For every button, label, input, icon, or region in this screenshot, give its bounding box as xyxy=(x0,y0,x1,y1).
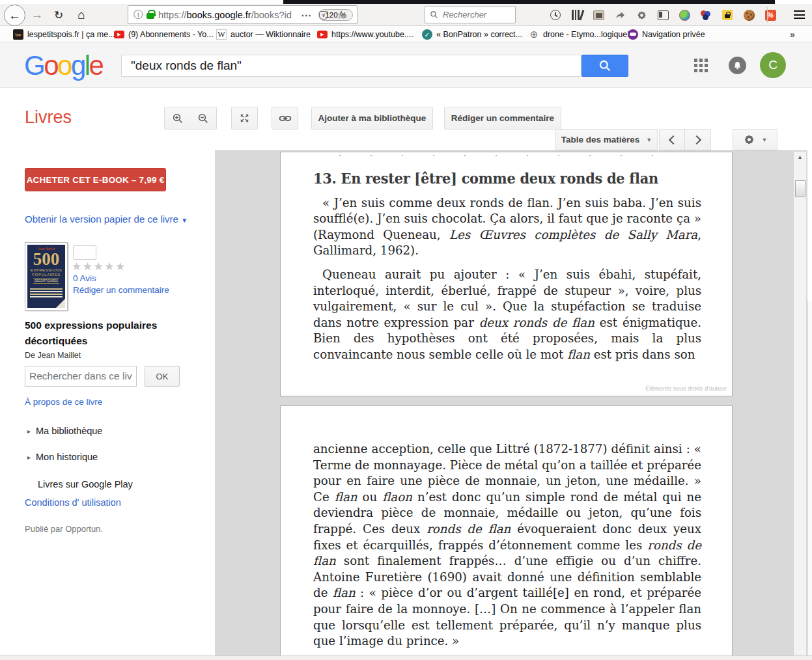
bookmark-item[interactable]: ✓« BonPatron » correct... xyxy=(422,27,522,42)
write-review-button[interactable]: Rédiger un commentaire xyxy=(444,107,561,130)
google-apps-grid-icon[interactable] xyxy=(694,59,708,73)
zoom-out-button[interactable] xyxy=(190,107,217,130)
bookmarks-overflow-chevron[interactable]: » xyxy=(790,27,795,42)
rating-stars[interactable]: ★★★★★ xyxy=(72,260,126,273)
prev-page-button[interactable] xyxy=(659,129,685,150)
cover-small-text-lines xyxy=(30,288,63,299)
sidebar-item-my-history[interactable]: ▸Mon historique xyxy=(27,452,98,462)
google-search-button[interactable] xyxy=(581,55,628,77)
sidebar-toggle-icon[interactable] xyxy=(657,9,669,21)
password-lock-icon[interactable] xyxy=(721,9,733,21)
site-info-icon[interactable]: ⓘ xyxy=(133,9,143,21)
book-cover-thumbnail[interactable]: Jean Maillet 500 EXPRESSIONS POPULAIRES … xyxy=(25,242,68,310)
screenshot-icon[interactable] xyxy=(593,9,604,21)
window-right-edge xyxy=(807,301,812,660)
write-review-link[interactable]: Rédiger un commentaire xyxy=(73,285,169,295)
fullscreen-button[interactable] xyxy=(231,107,258,130)
sidebar-item-my-library[interactable]: ▸Ma bibliothèque xyxy=(27,426,102,436)
browser-search-box[interactable]: Rechercher xyxy=(425,6,516,23)
browser-search-placeholder: Rechercher xyxy=(443,10,486,20)
horizontal-scrollbar-track[interactable] xyxy=(0,655,812,660)
google-plus-button[interactable] xyxy=(73,245,96,260)
sidebar-item-google-play-books[interactable]: Livres sur Google Play xyxy=(38,479,133,489)
cookie-icon[interactable] xyxy=(743,9,755,21)
gear-icon[interactable] xyxy=(636,9,647,21)
globe-favicon: ⊕ xyxy=(529,29,539,40)
book-page: 13. En rester [être] comme deux ronds de… xyxy=(280,152,733,396)
bookmark-item[interactable]: ⊕drone - Etymo...logique! xyxy=(529,27,630,42)
main-area: ACHETER CET E-BOOK – 7,99 € Obtenir la v… xyxy=(0,150,812,656)
history-clock-icon[interactable] xyxy=(550,9,561,21)
bookmark-label: (9) Abonnements - Yo... xyxy=(128,30,214,39)
terms-of-use-link[interactable]: Conditions d' utilisation xyxy=(25,497,121,508)
google-logo[interactable]: Google xyxy=(24,50,102,81)
viewer-scrollbar[interactable]: ▲ xyxy=(793,152,807,656)
share-icon[interactable] xyxy=(614,9,626,21)
book-author: De Jean Maillet xyxy=(25,351,81,360)
checkmark-favicon: ✓ xyxy=(422,29,432,40)
bookmark-item[interactable]: Navigation privée xyxy=(628,27,705,42)
book-title: 500 expressions populaires décortiquées xyxy=(25,318,188,349)
bookmark-label: « BonPatron » correct... xyxy=(436,30,522,39)
percent-badge-icon[interactable]: % xyxy=(764,9,776,21)
cover-number: 500 xyxy=(33,251,60,268)
scrollbar-thumb[interactable] xyxy=(795,180,805,197)
search-in-book-input[interactable] xyxy=(25,366,137,387)
cover-corner-decoration xyxy=(56,299,65,308)
buy-ebook-button[interactable]: ACHETER CET E-BOOK – 7,99 € xyxy=(25,168,166,191)
publisher-note: Publié par Opportun. xyxy=(25,524,103,534)
product-name-livres[interactable]: Livres xyxy=(25,107,72,128)
reviews-count-link[interactable]: 0 Avis xyxy=(73,273,96,283)
add-to-library-button[interactable]: Ajouter à ma bibliothèque xyxy=(311,107,433,130)
settings-dropdown-button[interactable]: ▼ xyxy=(733,129,777,150)
scroll-up-arrow[interactable]: ▲ xyxy=(794,154,806,160)
bookmark-item[interactable]: lpplespetitspois.fr | ça me... xyxy=(13,27,115,42)
book-page: ancienne acception, celle que Littré (18… xyxy=(280,406,733,656)
table-of-contents-dropdown[interactable]: Table des matières ▼ xyxy=(555,129,658,150)
forward-button[interactable]: → xyxy=(29,4,45,26)
clipped-previous-line xyxy=(339,155,654,156)
book-viewer: 13. En rester [être] comme deux ronds de… xyxy=(215,150,807,656)
menu-button[interactable] xyxy=(794,9,805,20)
url-text[interactable]: https://books.google.fr/books?id xyxy=(158,10,316,20)
youtube-favicon: ▶ xyxy=(114,31,124,38)
my-library-label: Ma bibliothèque xyxy=(36,426,102,436)
url-domain: books.google.fr xyxy=(187,10,251,20)
color-balls-icon[interactable] xyxy=(700,9,712,21)
paper-link-label: Obtenir la version papier de ce livre xyxy=(25,213,178,225)
bell-icon xyxy=(733,61,742,70)
pocket-icon[interactable]: ∨ xyxy=(319,11,328,20)
browser-window: ← → ↻ ⌂ ⓘ https://books.google.fr/books?… xyxy=(0,0,812,660)
get-paper-version-link[interactable]: Obtenir la version papier de ce livre ▼ xyxy=(25,213,188,225)
forward-icon: → xyxy=(31,8,44,22)
library-icon[interactable] xyxy=(571,9,583,21)
search-icon xyxy=(430,10,438,19)
buy-ebook-label: ACHETER CET E-BOOK – 7,99 € xyxy=(27,175,165,185)
next-page-button[interactable] xyxy=(684,129,711,150)
account-avatar[interactable]: C xyxy=(760,52,786,78)
page-actions-icon[interactable]: ⋯ xyxy=(301,9,311,21)
bookmark-star-icon[interactable]: ☆ xyxy=(336,8,346,22)
zoom-in-button[interactable] xyxy=(164,107,191,130)
search-icon xyxy=(598,59,611,72)
bookmark-item[interactable]: ▶https://www.youtube.... xyxy=(317,27,413,42)
tri-right-icon: ▸ xyxy=(27,454,31,461)
notifications-bell[interactable] xyxy=(729,57,746,74)
home-button[interactable]: ⌂ xyxy=(73,4,90,26)
search-ok-button[interactable]: OK xyxy=(145,366,180,387)
toolbar-separator xyxy=(767,7,768,23)
bookmark-item[interactable]: Wauctor — Wiktionnaire xyxy=(216,27,311,42)
url-scheme: https:// xyxy=(158,10,187,20)
home-icon: ⌂ xyxy=(77,8,85,22)
bookmark-item[interactable]: ▶(9) Abonnements - Yo... xyxy=(114,27,214,42)
bookmark-label: auctor — Wiktionnaire xyxy=(231,30,311,39)
get-link-button[interactable] xyxy=(272,107,298,130)
web-globe-icon[interactable] xyxy=(679,9,690,21)
google-search-input[interactable] xyxy=(121,55,581,77)
https-lock-icon[interactable] xyxy=(147,13,154,19)
about-this-book-link[interactable]: À propos de ce livre xyxy=(25,397,102,407)
back-button[interactable]: ← xyxy=(4,5,25,26)
book-paragraph: Queneau aurait pu ajouter : « J’en suis … xyxy=(313,267,701,363)
bookmark-label: drone - Etymo...logique! xyxy=(543,30,630,39)
reload-button[interactable]: ↻ xyxy=(51,4,66,26)
